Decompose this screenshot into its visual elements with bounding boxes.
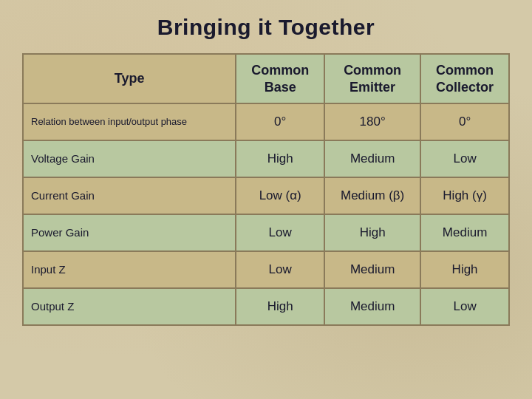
cell-phase-base: 0° bbox=[236, 103, 324, 140]
cell-current-base: Low (α) bbox=[236, 177, 324, 214]
cell-outputz-base: High bbox=[236, 288, 324, 325]
page-title: Bringing it Together bbox=[157, 15, 375, 40]
cell-outputz-emitter: Medium bbox=[324, 288, 420, 325]
label-power-gain: Power Gain bbox=[23, 214, 236, 251]
cell-outputz-collector: Low bbox=[420, 288, 509, 325]
cell-inputz-base: Low bbox=[236, 251, 324, 288]
cell-phase-collector: 0° bbox=[420, 103, 509, 140]
cell-voltage-emitter: Medium bbox=[324, 140, 420, 177]
cell-power-collector: Medium bbox=[420, 214, 509, 251]
label-current-gain: Current Gain bbox=[23, 177, 236, 214]
col-header-common-base: CommonBase bbox=[236, 54, 324, 103]
cell-current-emitter: Medium (β) bbox=[324, 177, 420, 214]
cell-current-collector: High (γ) bbox=[420, 177, 509, 214]
table-row-voltage-gain: Voltage Gain High Medium Low bbox=[23, 140, 509, 177]
table-row-output-z: Output Z High Medium Low bbox=[23, 288, 509, 325]
cell-power-emitter: High bbox=[324, 214, 420, 251]
cell-voltage-base: High bbox=[236, 140, 324, 177]
cell-inputz-collector: High bbox=[420, 251, 509, 288]
table-row-input-z: Input Z Low Medium High bbox=[23, 251, 509, 288]
cell-inputz-emitter: Medium bbox=[324, 251, 420, 288]
label-output-z: Output Z bbox=[23, 288, 236, 325]
comparison-table: Type CommonBase CommonEmitter CommonColl… bbox=[22, 53, 510, 326]
col-header-common-collector: CommonCollector bbox=[420, 54, 509, 103]
col-header-type: Type bbox=[23, 54, 236, 103]
label-phase: Relation between input/output phase bbox=[23, 103, 236, 140]
cell-phase-emitter: 180° bbox=[324, 103, 420, 140]
table-row-phase: Relation between input/output phase 0° 1… bbox=[23, 103, 509, 140]
label-input-z: Input Z bbox=[23, 251, 236, 288]
col-header-common-emitter: CommonEmitter bbox=[324, 54, 420, 103]
cell-voltage-collector: Low bbox=[420, 140, 509, 177]
cell-power-base: Low bbox=[236, 214, 324, 251]
table-row-current-gain: Current Gain Low (α) Medium (β) High (γ) bbox=[23, 177, 509, 214]
table-row-power-gain: Power Gain Low High Medium bbox=[23, 214, 509, 251]
label-voltage-gain: Voltage Gain bbox=[23, 140, 236, 177]
